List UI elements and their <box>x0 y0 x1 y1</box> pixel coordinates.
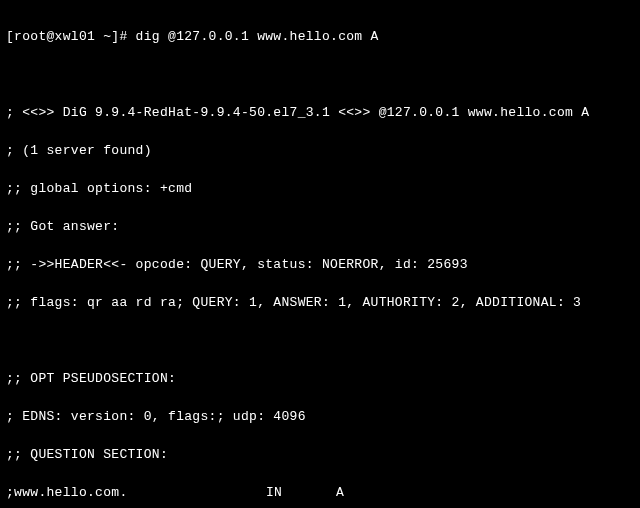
question-type: A <box>336 483 344 502</box>
question-row: ;www.hello.com.INA <box>6 483 634 502</box>
question-class: IN <box>266 483 336 502</box>
dig-global-options: ;; global options: +cmd <box>6 179 634 198</box>
blank-line <box>6 331 634 350</box>
dig-header: ;; ->>HEADER<<- opcode: QUERY, status: N… <box>6 255 634 274</box>
opt-edns: ; EDNS: version: 0, flags:; udp: 4096 <box>6 407 634 426</box>
shell-prompt: [root@xwl01 ~]# dig @127.0.0.1 www.hello… <box>6 27 634 46</box>
dig-servers-found: ; (1 server found) <box>6 141 634 160</box>
question-name: ;www.hello.com. <box>6 483 266 502</box>
blank-line <box>6 65 634 84</box>
terminal-output: [root@xwl01 ~]# dig @127.0.0.1 www.hello… <box>0 0 640 508</box>
dig-got-answer: ;; Got answer: <box>6 217 634 236</box>
dig-flags: ;; flags: qr aa rd ra; QUERY: 1, ANSWER:… <box>6 293 634 312</box>
dig-banner: ; <<>> DiG 9.9.4-RedHat-9.9.4-50.el7_3.1… <box>6 103 634 122</box>
opt-section-title: ;; OPT PSEUDOSECTION: <box>6 369 634 388</box>
question-section-title: ;; QUESTION SECTION: <box>6 445 634 464</box>
